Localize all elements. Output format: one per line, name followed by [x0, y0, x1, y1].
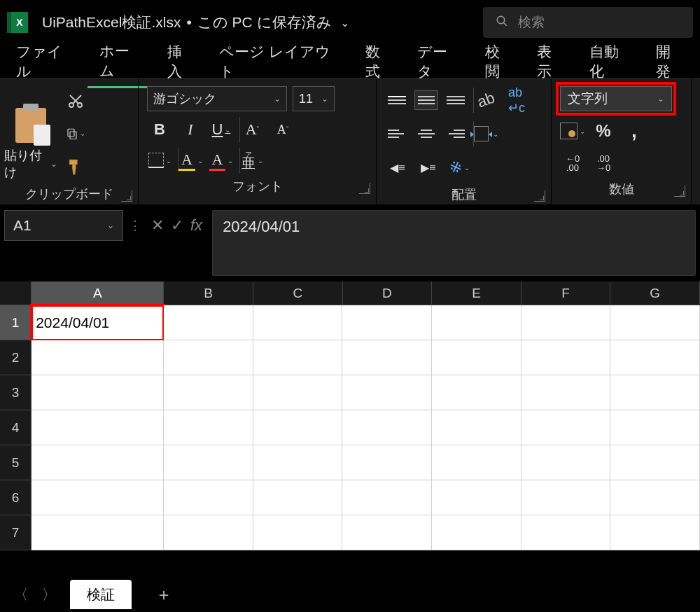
- increase-indent-button[interactable]: ▶≡: [416, 155, 441, 180]
- cell[interactable]: [522, 445, 611, 480]
- column-header-b[interactable]: B: [164, 281, 253, 305]
- decrease-decimal-button[interactable]: .00→0: [591, 151, 616, 176]
- cell[interactable]: [522, 515, 611, 550]
- accept-formula-button[interactable]: ✓: [171, 216, 183, 235]
- column-header-c[interactable]: C: [253, 281, 343, 305]
- cell[interactable]: [432, 375, 522, 410]
- cell[interactable]: [610, 410, 700, 445]
- cell[interactable]: [610, 515, 700, 550]
- wrap-text-button[interactable]: ab↵c: [504, 88, 529, 113]
- cell[interactable]: [610, 445, 700, 480]
- font-color-button[interactable]: A⌄: [209, 148, 234, 173]
- cell-a1[interactable]: 2024/04/01: [31, 305, 164, 340]
- cell[interactable]: [164, 515, 253, 550]
- borders-button[interactable]: ⌄: [147, 148, 172, 173]
- accounting-format-button[interactable]: ⌄: [560, 118, 585, 144]
- cell[interactable]: [432, 445, 522, 480]
- orientation-button[interactable]: ab: [473, 88, 498, 113]
- column-header-g[interactable]: G: [610, 281, 700, 305]
- cell[interactable]: [610, 340, 700, 375]
- cell[interactable]: [522, 340, 611, 375]
- cell[interactable]: [164, 375, 253, 410]
- row-header-5[interactable]: 5: [0, 445, 31, 480]
- cell[interactable]: [522, 480, 611, 515]
- cell[interactable]: [342, 375, 432, 410]
- number-format-dropdown[interactable]: 文字列⌄: [560, 86, 672, 111]
- phonetic-button[interactable]: ア亜⌄: [239, 148, 265, 173]
- row-header-4[interactable]: 4: [0, 410, 31, 445]
- increase-font-button[interactable]: Aˆ: [239, 117, 265, 142]
- align-left-button[interactable]: [385, 124, 409, 144]
- underline-button[interactable]: U⌄: [209, 117, 234, 142]
- font-name-dropdown[interactable]: 游ゴシック⌄: [147, 86, 287, 111]
- dialog-launcher-icon[interactable]: [359, 183, 370, 194]
- comma-button[interactable]: ,: [622, 118, 647, 144]
- column-header-e[interactable]: E: [432, 281, 522, 305]
- align-top-button[interactable]: [385, 90, 409, 110]
- font-size-dropdown[interactable]: 11⌄: [293, 86, 335, 111]
- cell[interactable]: [31, 515, 164, 550]
- chevron-down-icon[interactable]: ⌄: [340, 16, 349, 29]
- decrease-font-button[interactable]: Aˇ: [270, 117, 295, 142]
- cell[interactable]: [31, 410, 164, 445]
- cell[interactable]: [432, 305, 522, 340]
- cell[interactable]: [342, 410, 432, 445]
- cell[interactable]: [342, 445, 432, 480]
- cell[interactable]: [164, 305, 253, 340]
- cell[interactable]: [253, 340, 343, 375]
- fill-color-button[interactable]: A⌄: [178, 148, 203, 173]
- cell[interactable]: [31, 375, 164, 410]
- name-box[interactable]: A1⌄: [4, 210, 123, 241]
- percent-button[interactable]: %: [591, 118, 616, 144]
- align-bottom-button[interactable]: [444, 90, 468, 110]
- cell[interactable]: [31, 445, 164, 480]
- align-right-button[interactable]: [444, 124, 468, 144]
- cell[interactable]: [164, 340, 253, 375]
- cell[interactable]: [432, 480, 522, 515]
- align-middle-button[interactable]: [414, 90, 438, 110]
- cell[interactable]: [342, 340, 432, 375]
- column-header-d[interactable]: D: [343, 281, 433, 305]
- new-sheet-button[interactable]: ＋: [146, 583, 182, 606]
- cell[interactable]: [253, 375, 343, 410]
- row-header-3[interactable]: 3: [0, 375, 31, 410]
- format-painter-button[interactable]: [66, 157, 85, 176]
- cell[interactable]: [31, 340, 164, 375]
- merge-button[interactable]: ⌄: [473, 121, 498, 146]
- dialog-launcher-icon[interactable]: [534, 190, 545, 202]
- row-header-2[interactable]: 2: [0, 340, 31, 375]
- cell[interactable]: [610, 480, 700, 515]
- orientation-menu-button[interactable]: ※⌄: [447, 155, 472, 180]
- row-header-7[interactable]: 7: [0, 515, 31, 550]
- dialog-launcher-icon[interactable]: [674, 186, 685, 197]
- cell[interactable]: [522, 305, 611, 340]
- cell[interactable]: [31, 480, 164, 515]
- cell[interactable]: [253, 480, 343, 515]
- column-header-f[interactable]: F: [522, 281, 611, 305]
- cell[interactable]: [610, 375, 700, 410]
- sheet-nav-prev-button[interactable]: 〈: [14, 585, 28, 604]
- cell[interactable]: [253, 515, 343, 550]
- paste-button[interactable]: 貼り付け⌄: [4, 83, 57, 183]
- bold-button[interactable]: B: [147, 117, 172, 142]
- cell[interactable]: [522, 410, 611, 445]
- select-all-corner[interactable]: [0, 281, 31, 305]
- cell[interactable]: [522, 375, 611, 410]
- row-header-6[interactable]: 6: [0, 480, 31, 515]
- sheet-nav-next-button[interactable]: 〉: [42, 585, 56, 604]
- copy-button[interactable]: ⌄: [66, 124, 85, 144]
- cancel-formula-button[interactable]: ✕: [151, 216, 164, 235]
- cell[interactable]: [164, 480, 253, 515]
- cell[interactable]: [253, 305, 343, 340]
- formula-input[interactable]: 2024/04/01: [212, 210, 696, 276]
- fx-button[interactable]: fx: [190, 216, 202, 235]
- cell[interactable]: [610, 305, 700, 340]
- cell[interactable]: [253, 410, 343, 445]
- cell[interactable]: [164, 445, 253, 480]
- cell[interactable]: [342, 305, 432, 340]
- cell[interactable]: [164, 410, 253, 445]
- search-box[interactable]: 検索: [483, 7, 693, 38]
- align-center-button[interactable]: [414, 124, 438, 144]
- cut-button[interactable]: [66, 91, 85, 111]
- increase-decimal-button[interactable]: ←0.00: [560, 151, 585, 176]
